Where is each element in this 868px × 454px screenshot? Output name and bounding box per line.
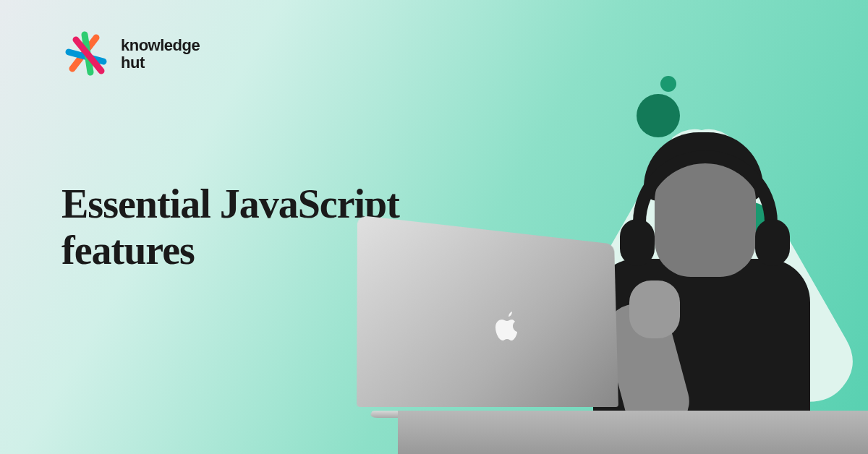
desk-surface bbox=[398, 411, 868, 454]
brand-logo: knowledge hut bbox=[61, 29, 200, 80]
brand-name-line1: knowledge bbox=[121, 37, 200, 54]
brand-name-line2: hut bbox=[121, 54, 200, 72]
headline-line2: features bbox=[61, 227, 399, 273]
logo-mark-icon bbox=[61, 29, 112, 80]
laptop-screen bbox=[357, 215, 618, 407]
apple-logo-icon bbox=[491, 312, 517, 342]
headphone-earcup bbox=[755, 219, 790, 266]
headphone-earcup bbox=[620, 219, 655, 266]
headline-line1: Essential JavaScript bbox=[61, 181, 399, 227]
page-title: Essential JavaScript features bbox=[61, 181, 399, 274]
brand-name: knowledge hut bbox=[121, 37, 200, 72]
person-hands bbox=[629, 280, 680, 338]
